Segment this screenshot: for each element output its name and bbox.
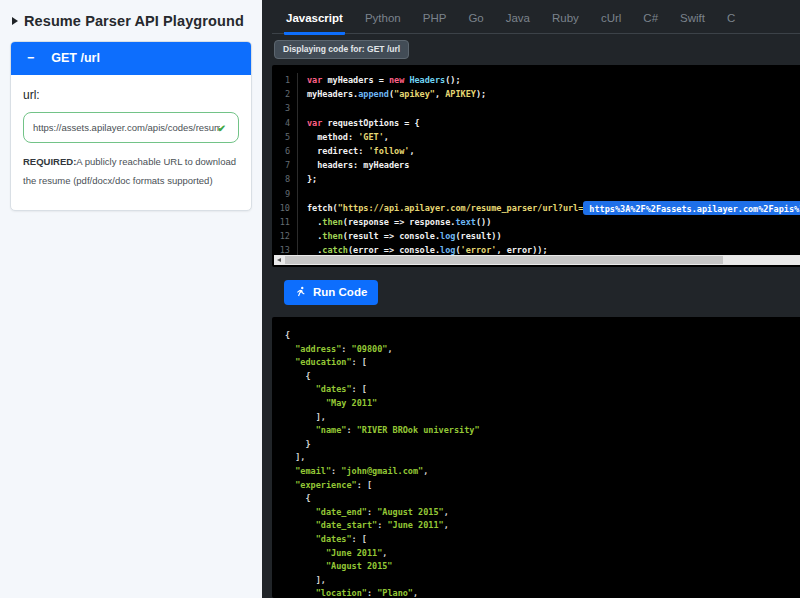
output-line: "date_end": "August 2015", (285, 506, 800, 520)
tab-java[interactable]: Java (504, 6, 532, 33)
output-line: { (285, 492, 800, 506)
output-lines: { "address": "09800", "education": [ { "… (272, 317, 800, 598)
line-number: 7 (272, 158, 298, 172)
line-number: 3 (272, 101, 298, 115)
code-line: 5 method: 'GET', (272, 130, 800, 144)
code-line: 2myHeaders.append("apikey", APIKEY); (272, 87, 800, 101)
tab-curl[interactable]: cUrl (599, 6, 623, 33)
valid-check-icon: ✔ (218, 123, 226, 134)
response-output-panel: { "address": "09800", "education": [ { "… (272, 317, 800, 598)
tab-c[interactable]: C (725, 6, 737, 33)
tab-swift[interactable]: Swift (678, 6, 707, 33)
output-line: ], (285, 451, 800, 465)
displaying-code-badge: Displaying code for: GET /url (274, 40, 409, 59)
required-label: REQUIRED: (23, 156, 76, 167)
line-number: 11 (272, 215, 298, 229)
output-line: { (285, 370, 800, 384)
output-line: "name": "RIVER BROok university" (285, 424, 800, 438)
line-number: 4 (272, 116, 298, 130)
code-panel: 1var myHeaders = new Headers();2myHeader… (272, 65, 800, 267)
collapse-caret-icon[interactable] (12, 17, 18, 25)
collapse-minus-icon[interactable]: − (27, 51, 34, 65)
run-row: Run Code (272, 267, 800, 317)
tab-php[interactable]: PHP (421, 6, 449, 33)
output-line: "email": "john@gmail.com", (285, 465, 800, 479)
endpoint-card-header[interactable]: − GET /url (11, 42, 251, 75)
language-tabbar: JavascriptPythonPHPGoJavaRubycUrlC#Swift… (272, 6, 800, 34)
output-line: "education": [ (285, 356, 800, 370)
output-line: "June 2011", (285, 547, 800, 561)
code-line: 9 (272, 187, 800, 201)
line-number: 9 (272, 187, 298, 201)
line-number: 1 (272, 73, 298, 87)
code-line: 7 headers: myHeaders (272, 158, 800, 172)
url-input[interactable] (23, 112, 239, 143)
output-line: { (285, 329, 800, 343)
code-line: 8}; (272, 172, 800, 186)
output-line: "address": "09800", (285, 343, 800, 357)
output-line: ], (285, 411, 800, 425)
endpoint-card: − GET /url url: ✔ REQUIRED:A publicly re… (10, 41, 252, 211)
output-line: "experience": [ (285, 479, 800, 493)
encoded-url-selection[interactable]: https%3A%2F%2Fassets.apilayer.com%2Fapis… (583, 201, 800, 215)
code-line: 1var myHeaders = new Headers(); (272, 73, 800, 87)
output-line: "dates": [ (285, 533, 800, 547)
line-number: 8 (272, 172, 298, 186)
left-panel: Resume Parser API Playground − GET /url … (0, 0, 262, 598)
endpoint-label: GET /url (51, 51, 100, 65)
page-title: Resume Parser API Playground (24, 13, 244, 29)
run-code-label: Run Code (313, 286, 367, 298)
right-panel: JavascriptPythonPHPGoJavaRubycUrlC#Swift… (262, 0, 800, 598)
tab-go[interactable]: Go (466, 6, 485, 33)
code-horizontal-scrollbar[interactable] (274, 255, 800, 265)
endpoint-card-body: url: ✔ REQUIRED:A publicly reachable URL… (11, 75, 251, 210)
line-number: 5 (272, 130, 298, 144)
runner-icon (295, 286, 307, 298)
url-input-wrap: ✔ (23, 112, 239, 143)
code-line: 10fetch("https://api.apilayer.com/resume… (272, 201, 800, 215)
code-line: 6 redirect: 'follow', (272, 144, 800, 158)
line-number: 12 (272, 229, 298, 243)
url-help-text: REQUIRED:A publicly reachable URL to dow… (23, 152, 239, 190)
tab-javascript[interactable]: Javascript (284, 6, 345, 35)
output-line: "May 2011" (285, 397, 800, 411)
code-line: 12 .then(result => console.log(result)) (272, 229, 800, 243)
output-line: "August 2015" (285, 560, 800, 574)
code-line: 4var requestOptions = { (272, 116, 800, 130)
output-line: "date_start": "June 2011", (285, 519, 800, 533)
code-lines: 1var myHeaders = new Headers();2myHeader… (272, 65, 800, 257)
line-number: 6 (272, 144, 298, 158)
url-field-label: url: (23, 88, 239, 102)
output-line: ], (285, 574, 800, 588)
code-line: 3 (272, 101, 800, 115)
output-line: "dates": [ (285, 383, 800, 397)
output-line: } (285, 438, 800, 452)
tab-ruby[interactable]: Ruby (550, 6, 581, 33)
tab-python[interactable]: Python (363, 6, 403, 33)
horizontal-scroll-thumb[interactable] (285, 256, 723, 264)
output-line: "location": "Plano", (285, 587, 800, 598)
scroll-left-arrow-icon[interactable] (277, 258, 281, 262)
run-code-button[interactable]: Run Code (284, 280, 378, 305)
line-number: 2 (272, 87, 298, 101)
tab-c[interactable]: C# (641, 6, 660, 33)
code-line: 11 .then(response => response.text()) (272, 215, 800, 229)
line-number: 10 (272, 201, 298, 215)
page-title-row: Resume Parser API Playground (0, 0, 262, 40)
language-tabs: JavascriptPythonPHPGoJavaRubycUrlC#Swift… (272, 6, 800, 34)
